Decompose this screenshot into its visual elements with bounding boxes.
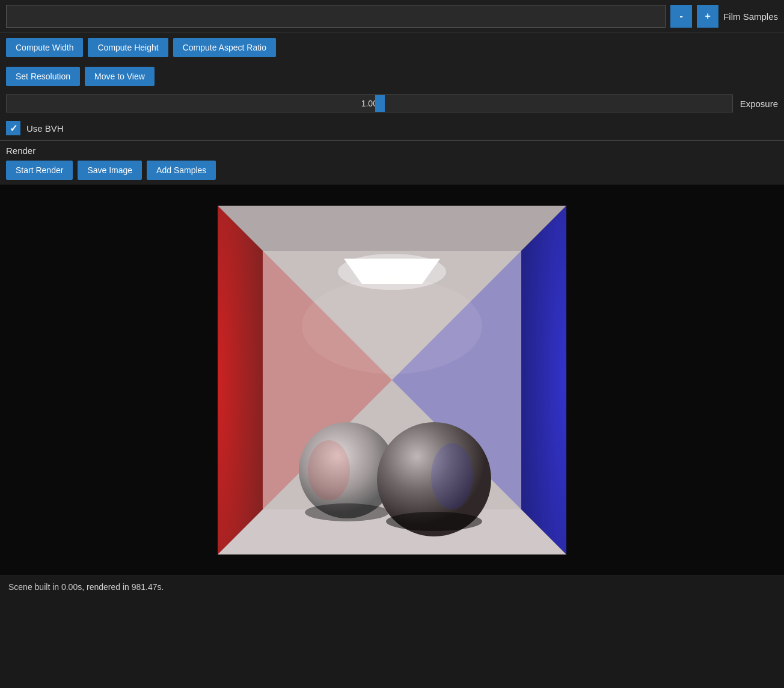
film-samples-input[interactable]: 1024 [6, 5, 666, 28]
svg-point-15 [431, 443, 473, 509]
plus-button[interactable]: + [697, 5, 718, 28]
minus-button[interactable]: - [670, 5, 692, 28]
status-text: Scene built in 0.00s, rendered in 981.47… [8, 582, 164, 592]
svg-point-13 [386, 512, 482, 531]
button-row-2: Set Resolution Move to View [0, 62, 784, 91]
render-buttons: Start Render Save Image Add Samples [6, 161, 778, 180]
svg-point-19 [302, 278, 482, 374]
start-render-button[interactable]: Start Render [6, 161, 73, 180]
set-resolution-button[interactable]: Set Resolution [6, 67, 80, 86]
film-samples-label: Film Samples [723, 11, 778, 22]
use-bvh-row: ✓ Use BVH [0, 116, 784, 140]
svg-marker-3 [218, 206, 263, 554]
top-bar: 1024 - + Film Samples [0, 0, 784, 33]
svg-marker-4 [521, 206, 566, 554]
render-section: Render Start Render Save Image Add Sampl… [0, 141, 784, 185]
add-samples-button[interactable]: Add Samples [147, 161, 216, 180]
checkmark-icon: ✓ [10, 123, 17, 134]
compute-aspect-ratio-button[interactable]: Compute Aspect Ratio [173, 38, 276, 57]
exposure-slider[interactable]: 1.00 [6, 94, 733, 112]
render-title: Render [6, 146, 778, 156]
render-viewport [0, 185, 784, 576]
svg-marker-6 [218, 206, 566, 251]
compute-width-button[interactable]: Compute Width [6, 38, 83, 57]
button-row-1: Compute Width Compute Height Compute Asp… [0, 33, 784, 62]
use-bvh-checkbox[interactable]: ✓ [6, 121, 20, 135]
compute-height-button[interactable]: Compute Height [88, 38, 168, 57]
use-bvh-label: Use BVH [26, 123, 64, 134]
move-to-view-button[interactable]: Move to View [85, 67, 155, 86]
svg-point-14 [308, 440, 350, 500]
exposure-row: 1.00 Exposure [0, 91, 784, 116]
exposure-thumb[interactable] [375, 95, 385, 112]
status-bar: Scene built in 0.00s, rendered in 981.47… [0, 576, 784, 598]
save-image-button[interactable]: Save Image [78, 161, 142, 180]
exposure-label: Exposure [740, 99, 778, 109]
svg-point-11 [305, 503, 389, 521]
render-image [218, 206, 566, 554]
